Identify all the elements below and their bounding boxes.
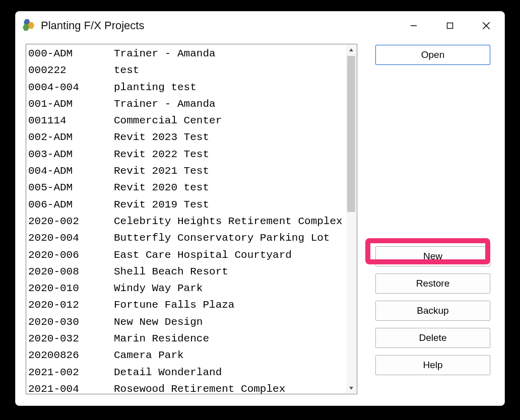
project-name: Commercial Center bbox=[114, 112, 222, 129]
project-row[interactable]: 2020-004Butterfly Conservatory Parking L… bbox=[28, 230, 346, 246]
project-name: Revit 2019 Test bbox=[114, 196, 209, 213]
project-row[interactable]: 002-ADMRevit 2023 Test bbox=[28, 129, 346, 146]
new-button[interactable]: New bbox=[375, 246, 490, 266]
project-code: 005-ADM bbox=[28, 179, 114, 196]
action-button-panel: Open New Restore Backup Delete Help bbox=[375, 44, 490, 395]
project-code: 20200826 bbox=[28, 347, 114, 364]
project-row[interactable]: 2021-004Rosewood Retirement Complex bbox=[28, 381, 346, 394]
dialog-body: 000-ADMTrainer - Amanda000222test0004-00… bbox=[16, 40, 504, 405]
minimize-button[interactable] bbox=[396, 12, 432, 40]
project-list-pane: 000-ADMTrainer - Amanda000222test0004-00… bbox=[26, 44, 357, 395]
dialog-window: Planting F/X Projects 000-ADMTrainer - A… bbox=[15, 11, 505, 406]
svg-marker-5 bbox=[349, 387, 353, 390]
project-row[interactable]: 0004-004planting test bbox=[28, 79, 346, 96]
svg-marker-4 bbox=[349, 48, 353, 51]
project-row[interactable]: 003-ADMRevit 2022 Test bbox=[28, 146, 346, 163]
project-row[interactable]: 2020-008Shell Beach Resort bbox=[28, 263, 346, 280]
project-name: Butterfly Conservatory Parking Lot bbox=[114, 230, 330, 246]
project-code: 004-ADM bbox=[28, 163, 114, 179]
project-code: 2020-010 bbox=[28, 280, 114, 297]
project-row[interactable]: 2020-030New New Design bbox=[28, 314, 346, 330]
app-icon bbox=[23, 19, 36, 32]
project-name: Trainer - Amanda bbox=[114, 96, 216, 112]
project-name: test bbox=[114, 62, 139, 79]
project-name: East Care Hospital Courtyard bbox=[114, 247, 292, 263]
project-name: Detail Wonderland bbox=[114, 364, 222, 381]
project-name: Revit 2020 test bbox=[114, 179, 209, 196]
scroll-up-icon[interactable] bbox=[346, 45, 356, 55]
project-code: 001114 bbox=[28, 112, 114, 129]
svg-rect-1 bbox=[447, 23, 453, 29]
window-controls bbox=[396, 12, 504, 40]
project-row[interactable]: 2020-010Windy Way Park bbox=[28, 280, 346, 297]
project-name: Revit 2023 Test bbox=[114, 129, 209, 146]
project-listbox[interactable]: 000-ADMTrainer - Amanda000222test0004-00… bbox=[26, 44, 357, 394]
project-row[interactable]: 2020-032Marin Residence bbox=[28, 330, 346, 347]
project-name: Revit 2022 Test bbox=[114, 146, 209, 163]
project-row[interactable]: 2020-002Celebrity Heights Retirement Com… bbox=[28, 213, 346, 230]
maximize-button[interactable] bbox=[432, 12, 468, 40]
project-code: 001-ADM bbox=[28, 96, 114, 112]
project-name: Revit 2021 Test bbox=[114, 163, 209, 179]
listbox-scrollbar[interactable] bbox=[346, 45, 356, 393]
project-code: 2021-002 bbox=[28, 364, 114, 381]
project-name: Fortune Falls Plaza bbox=[114, 297, 234, 313]
project-code: 2020-030 bbox=[28, 314, 114, 330]
project-row[interactable]: 20200826Camera Park bbox=[28, 347, 346, 364]
project-name: Camera Park bbox=[114, 347, 184, 364]
project-code: 000-ADM bbox=[28, 45, 114, 62]
project-name: Marin Residence bbox=[114, 330, 209, 347]
project-code: 2020-032 bbox=[28, 330, 114, 347]
project-code: 0004-004 bbox=[28, 79, 114, 96]
project-code: 2020-012 bbox=[28, 297, 114, 313]
project-name: Rosewood Retirement Complex bbox=[114, 381, 285, 394]
project-row[interactable]: 001114Commercial Center bbox=[28, 112, 346, 129]
title-bar: Planting F/X Projects bbox=[16, 12, 504, 40]
scroll-down-icon[interactable] bbox=[346, 383, 356, 393]
open-button[interactable]: Open bbox=[375, 45, 490, 65]
project-row[interactable]: 006-ADMRevit 2019 Test bbox=[28, 196, 346, 213]
restore-button[interactable]: Restore bbox=[375, 273, 490, 294]
project-code: 2020-006 bbox=[28, 247, 114, 263]
project-code: 2020-008 bbox=[28, 263, 114, 280]
project-name: Shell Beach Resort bbox=[114, 263, 228, 280]
delete-button[interactable]: Delete bbox=[375, 328, 490, 348]
project-code: 2021-004 bbox=[28, 381, 114, 394]
project-row[interactable]: 000-ADMTrainer - Amanda bbox=[28, 45, 346, 62]
project-name: Celebrity Heights Retirement Complex bbox=[114, 213, 343, 230]
close-button[interactable] bbox=[468, 12, 504, 40]
project-name: planting test bbox=[114, 79, 197, 96]
project-name: Windy Way Park bbox=[114, 280, 203, 297]
scrollbar-thumb[interactable] bbox=[347, 56, 355, 212]
project-code: 2020-002 bbox=[28, 213, 114, 230]
project-name: New New Design bbox=[114, 314, 203, 330]
project-row[interactable]: 000222test bbox=[28, 62, 346, 79]
help-button[interactable]: Help bbox=[375, 355, 490, 375]
project-name: Trainer - Amanda bbox=[114, 45, 216, 62]
project-row[interactable]: 004-ADMRevit 2021 Test bbox=[28, 163, 346, 179]
project-code: 002-ADM bbox=[28, 129, 114, 146]
project-row[interactable]: 2021-002Detail Wonderland bbox=[28, 364, 346, 381]
project-code: 2020-004 bbox=[28, 230, 114, 246]
project-code: 003-ADM bbox=[28, 146, 114, 163]
project-row[interactable]: 001-ADMTrainer - Amanda bbox=[28, 96, 346, 112]
project-row[interactable]: 2020-012Fortune Falls Plaza bbox=[28, 297, 346, 313]
project-code: 006-ADM bbox=[28, 196, 114, 213]
window-title: Planting F/X Projects bbox=[41, 19, 144, 32]
backup-button[interactable]: Backup bbox=[375, 301, 490, 321]
project-code: 000222 bbox=[28, 62, 114, 79]
project-row[interactable]: 005-ADMRevit 2020 test bbox=[28, 179, 346, 196]
project-row[interactable]: 2020-006East Care Hospital Courtyard bbox=[28, 247, 346, 263]
